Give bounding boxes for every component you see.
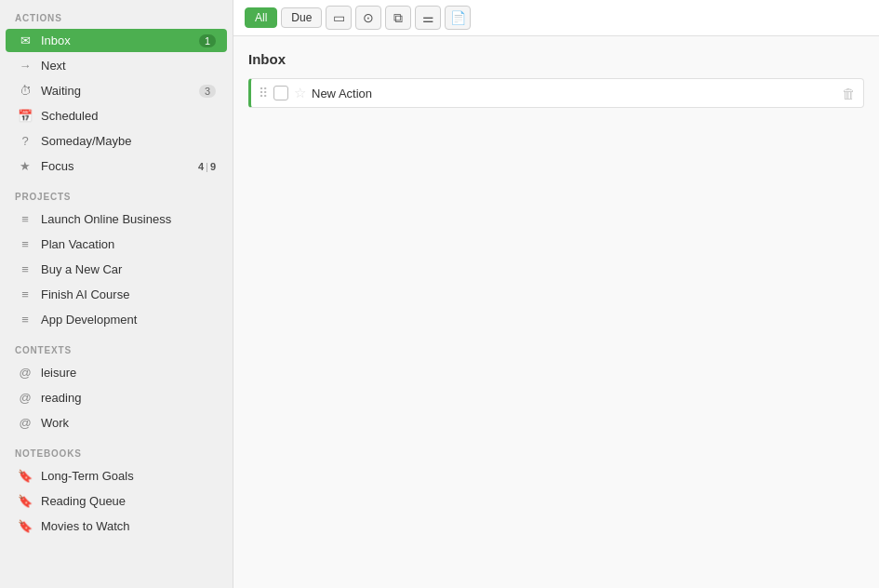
inbox-badge: 1: [199, 34, 216, 47]
sidebar-item-waiting[interactable]: ⏱ Waiting 3: [6, 79, 227, 102]
task-star-icon[interactable]: ☆: [294, 85, 306, 101]
context-icon: @: [17, 366, 33, 380]
notebook-icon: 🔖: [17, 469, 33, 483]
sidebar-item-appdev[interactable]: ≡ App Development: [6, 308, 227, 331]
next-icon: →: [17, 59, 33, 73]
sidebar-item-leisure[interactable]: @ leisure: [6, 361, 227, 384]
sidebar-item-reading-queue[interactable]: 🔖 Reading Queue: [6, 489, 227, 513]
sidebar-item-movies[interactable]: 🔖 Movies to Watch: [6, 514, 227, 538]
sidebar-item-someday[interactable]: ? Someday/Maybe: [6, 129, 227, 153]
inbox-icon: ✉: [17, 33, 33, 47]
sidebar-item-course[interactable]: ≡ Finish AI Course: [6, 283, 227, 306]
sidebar-item-launch[interactable]: ≡ Launch Online Business: [6, 207, 227, 231]
tag-icon-button[interactable]: ▭: [326, 6, 352, 30]
focus-badge: 4 | 9: [198, 161, 216, 172]
sidebar-item-label: leisure: [41, 366, 216, 380]
sidebar-item-car[interactable]: ≡ Buy a New Car: [6, 258, 227, 281]
all-button[interactable]: All: [245, 7, 277, 28]
sidebar-item-label: reading: [41, 391, 216, 405]
sidebar-item-label: Buy a New Car: [41, 262, 216, 276]
tag-icon: ▭: [333, 10, 345, 25]
section-projects: PROJECTS: [0, 179, 233, 207]
sidebar-item-label: Reading Queue: [41, 494, 216, 508]
sidebar-item-goals[interactable]: 🔖 Long-Term Goals: [6, 464, 227, 488]
sidebar-item-label: Movies to Watch: [41, 519, 216, 533]
project-icon: ≡: [17, 313, 33, 327]
notebook-icon: 🔖: [17, 494, 33, 508]
filter-icon: ⚌: [422, 10, 434, 25]
sidebar-item-next[interactable]: → Next: [6, 54, 227, 77]
sidebar-item-work[interactable]: @ Work: [6, 411, 227, 434]
doc-icon: 📄: [450, 10, 466, 25]
project-icon: ≡: [17, 212, 33, 226]
section-title: Inbox: [248, 51, 864, 67]
sidebar-item-label: Focus: [41, 159, 198, 173]
sidebar-item-inbox[interactable]: ✉ Inbox 1: [6, 29, 227, 52]
scheduled-icon: 📅: [17, 109, 33, 123]
sidebar-item-vacation[interactable]: ≡ Plan Vacation: [6, 233, 227, 256]
section-actions: ACTIONS: [0, 0, 233, 28]
content-area: Inbox ⠿ ☆ New Action 🗑: [233, 36, 879, 588]
copy-icon: ⧉: [393, 10, 403, 26]
toolbar: All Due ▭ ⊙ ⧉ ⚌ 📄: [233, 0, 879, 36]
sidebar-item-label: Work: [41, 416, 216, 430]
sidebar-item-label: Waiting: [41, 84, 195, 98]
sidebar-item-label: Long-Term Goals: [41, 469, 216, 483]
clock-icon: ⊙: [363, 10, 374, 25]
sidebar-item-label: Scheduled: [41, 109, 216, 123]
sidebar-item-scheduled[interactable]: 📅 Scheduled: [6, 104, 227, 127]
main-panel: All Due ▭ ⊙ ⧉ ⚌ 📄 Inbox ⠿ ☆ New Action 🗑: [233, 0, 879, 588]
clock-icon-button[interactable]: ⊙: [355, 6, 381, 30]
copy-icon-button[interactable]: ⧉: [385, 6, 411, 30]
sidebar-item-label: Next: [41, 59, 216, 73]
waiting-icon: ⏱: [17, 84, 33, 98]
task-name: New Action: [312, 87, 836, 100]
sidebar-item-reading[interactable]: @ reading: [6, 386, 227, 409]
sidebar-item-label: Plan Vacation: [41, 237, 216, 251]
sidebar-item-label: App Development: [41, 313, 216, 327]
waiting-badge: 3: [199, 85, 216, 98]
project-icon: ≡: [17, 287, 33, 301]
sidebar-item-label: Finish AI Course: [41, 287, 216, 301]
project-icon: ≡: [17, 237, 33, 251]
someday-icon: ?: [17, 134, 33, 148]
sidebar: ACTIONS ✉ Inbox 1 → Next ⏱ Waiting 3 📅 S…: [0, 0, 233, 588]
notebook-icon: 🔖: [17, 519, 33, 533]
sidebar-item-label: Launch Online Business: [41, 212, 216, 226]
context-icon: @: [17, 416, 33, 430]
focus-icon: ★: [17, 159, 33, 173]
sidebar-item-focus[interactable]: ★ Focus 4 | 9: [6, 154, 227, 178]
section-notebooks: NOTEBOOKS: [0, 435, 233, 463]
due-button[interactable]: Due: [281, 7, 322, 28]
drag-handle-icon[interactable]: ⠿: [259, 86, 268, 100]
task-delete-icon[interactable]: 🗑: [842, 86, 856, 101]
section-contexts: CONTEXTS: [0, 332, 233, 360]
sidebar-item-label: Inbox: [41, 33, 195, 47]
task-checkbox[interactable]: [273, 86, 288, 100]
task-row: ⠿ ☆ New Action 🗑: [248, 78, 864, 108]
context-icon: @: [17, 391, 33, 405]
sidebar-item-label: Someday/Maybe: [41, 134, 216, 148]
filter-icon-button[interactable]: ⚌: [415, 6, 441, 30]
project-icon: ≡: [17, 262, 33, 276]
doc-icon-button[interactable]: 📄: [445, 6, 471, 30]
